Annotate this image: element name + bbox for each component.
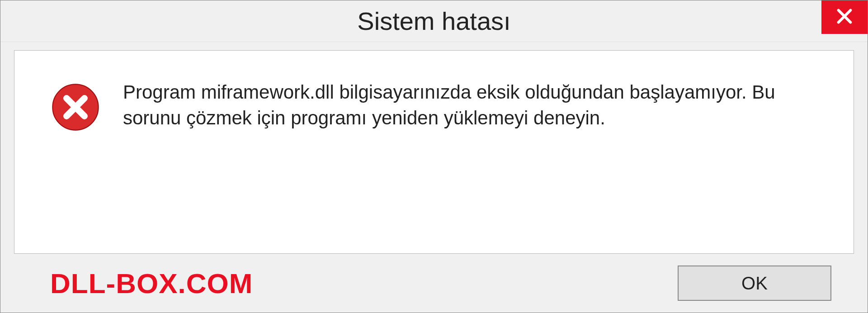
ok-button-label: OK — [741, 273, 768, 294]
error-message: Program miframework.dll bilgisayarınızda… — [123, 78, 826, 131]
close-icon — [835, 7, 854, 27]
ok-button[interactable]: OK — [678, 266, 831, 301]
watermark-text: DLL-BOX.COM — [50, 267, 253, 299]
close-button[interactable] — [821, 0, 868, 34]
system-error-dialog: Sistem hatası Program miframework.dll bi… — [0, 0, 868, 313]
dialog-footer: DLL-BOX.COM OK — [14, 254, 854, 313]
dialog-title: Sistem hatası — [357, 6, 510, 36]
content-area: Program miframework.dll bilgisayarınızda… — [0, 42, 868, 313]
titlebar: Sistem hatası — [0, 0, 868, 42]
content-box: Program miframework.dll bilgisayarınızda… — [14, 50, 854, 254]
error-icon — [51, 82, 100, 132]
